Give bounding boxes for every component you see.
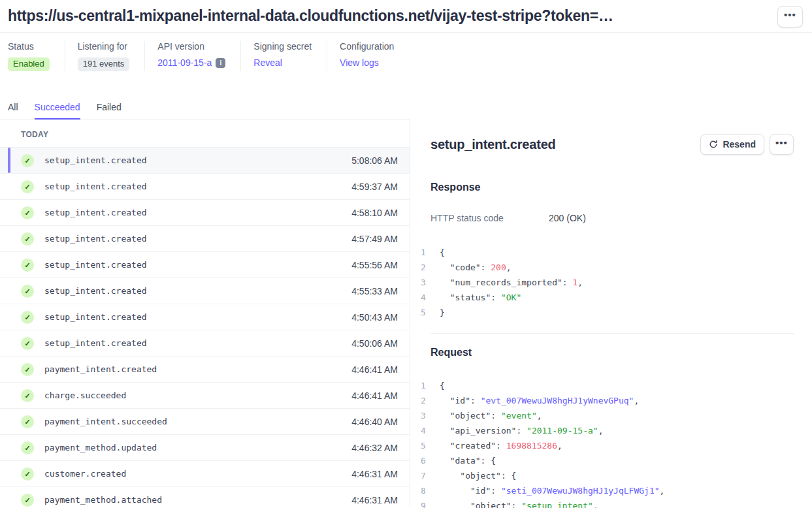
event-row[interactable]: ✓setup_intent.created4:59:37 AM bbox=[0, 174, 410, 200]
check-icon: ✓ bbox=[21, 154, 34, 167]
response-heading: Response bbox=[430, 182, 794, 193]
line-number: 1 bbox=[421, 378, 431, 393]
event-name: payment_intent.created bbox=[44, 364, 351, 374]
ellipsis-icon: ••• bbox=[784, 10, 796, 24]
event-detail-panel: setup_intent.created Resend ••• Response… bbox=[410, 119, 812, 508]
summary-value: View logs bbox=[340, 57, 394, 68]
event-row[interactable]: ✓setup_intent.created4:58:10 AM bbox=[0, 200, 410, 226]
check-icon: ✓ bbox=[21, 389, 34, 402]
line-number: 5 bbox=[421, 305, 431, 320]
event-name: payment_method.attached bbox=[44, 495, 351, 505]
code-text: "data": { bbox=[440, 453, 496, 468]
line-number: 9 bbox=[421, 498, 431, 508]
event-row[interactable]: ✓payment_method.attached4:46:31 AM bbox=[0, 487, 410, 508]
summary-col-api-version: API version2011-09-15-ai bbox=[144, 41, 240, 71]
summary-label: API version bbox=[157, 41, 225, 52]
line-number: 3 bbox=[421, 408, 431, 423]
resend-button[interactable]: Resend bbox=[700, 134, 764, 155]
code-token: , bbox=[577, 278, 583, 287]
detail-more-button[interactable]: ••• bbox=[770, 134, 794, 155]
event-list-panel: TODAY ✓setup_intent.created5:08:06 AM✓se… bbox=[0, 119, 410, 508]
event-name: payment_method.updated bbox=[44, 443, 351, 452]
check-icon: ✓ bbox=[21, 259, 34, 272]
event-row[interactable]: ✓customer.created4:46:31 AM bbox=[0, 461, 410, 487]
resend-label: Resend bbox=[723, 139, 756, 150]
summary-col-status: StatusEnabled bbox=[8, 41, 65, 71]
request-code-block: 1{2 "id": "evt_007WewuJW8hgHJ1yWnevGPuq"… bbox=[421, 378, 794, 508]
event-row[interactable]: ✓setup_intent.created4:50:06 AM bbox=[0, 330, 410, 357]
2011-09-15-a-link[interactable]: 2011-09-15-a bbox=[157, 57, 212, 68]
response-fields: HTTP status code200 (OK) bbox=[430, 213, 794, 223]
summary-value: 191 events bbox=[78, 57, 130, 71]
summary-col-configuration: ConfigurationView logs bbox=[327, 41, 409, 71]
code-token: , bbox=[598, 426, 604, 436]
event-row[interactable]: ✓setup_intent.created4:55:56 AM bbox=[0, 252, 410, 278]
event-name: setup_intent.created bbox=[44, 234, 351, 244]
code-text: { bbox=[440, 245, 445, 260]
line-number: 7 bbox=[421, 468, 431, 483]
tab-failed[interactable]: Failed bbox=[97, 102, 122, 119]
reveal-link[interactable]: Reveal bbox=[253, 57, 282, 68]
code-line: 4 "api_version": "2011-09-15-a", bbox=[421, 423, 794, 438]
event-time: 4:46:41 AM bbox=[351, 390, 398, 401]
event-row[interactable]: ✓setup_intent.created4:57:49 AM bbox=[0, 226, 410, 252]
code-token: "created": bbox=[440, 441, 506, 451]
check-icon: ✓ bbox=[21, 285, 34, 298]
endpoint-more-button[interactable]: ••• bbox=[777, 6, 803, 27]
event-name: setup_intent.created bbox=[44, 155, 351, 165]
line-number: 3 bbox=[421, 275, 431, 290]
code-token: "id": bbox=[440, 396, 481, 405]
refresh-icon bbox=[709, 140, 718, 149]
code-line: 5 "created": 1698815286, bbox=[421, 438, 794, 453]
event-name: setup_intent.created bbox=[44, 312, 351, 322]
tab-all[interactable]: All bbox=[8, 102, 18, 119]
event-row[interactable]: ✓setup_intent.created4:50:43 AM bbox=[0, 304, 410, 330]
summary-label: Status bbox=[8, 41, 50, 52]
detail-header: setup_intent.created Resend ••• bbox=[430, 134, 794, 155]
endpoint-url-title: https://us-central1-mixpanel-internal-da… bbox=[8, 6, 613, 25]
code-token: "object": bbox=[440, 501, 521, 508]
code-line: 2 "id": "evt_007WewuJW8hgHJ1yWnevGPuq", bbox=[421, 393, 794, 408]
response-code-block: 1{2 "code": 200,3 "num_records_imported"… bbox=[421, 245, 794, 320]
code-token: "object": { bbox=[440, 471, 516, 481]
event-time: 4:50:06 AM bbox=[351, 338, 398, 349]
code-text: "id": "evt_007WewuJW8hgHJ1yWnevGPuq", bbox=[440, 393, 639, 408]
event-time: 4:46:31 AM bbox=[351, 469, 398, 479]
event-name: payment_intent.succeeded bbox=[44, 417, 351, 426]
detail-actions: Resend ••• bbox=[700, 134, 794, 155]
page-header: https://us-central1-mixpanel-internal-da… bbox=[0, 0, 812, 33]
summary-col-signing-secret: Signing secretReveal bbox=[240, 41, 327, 71]
summary-label: Configuration bbox=[340, 41, 394, 52]
code-text: "api_version": "2011-09-15-a", bbox=[440, 423, 603, 438]
view-logs-link[interactable]: View logs bbox=[340, 57, 379, 68]
info-icon[interactable]: i bbox=[216, 58, 225, 68]
code-line: 2 "code": 200, bbox=[421, 260, 794, 275]
event-row[interactable]: ✓payment_method.updated4:46:32 AM bbox=[0, 435, 410, 461]
tab-succeeded[interactable]: Succeeded bbox=[35, 102, 80, 119]
event-row[interactable]: ✓charge.succeeded4:46:41 AM bbox=[0, 383, 410, 409]
code-text: "object": "event", bbox=[440, 408, 542, 423]
check-icon: ✓ bbox=[21, 363, 34, 376]
event-time: 4:46:32 AM bbox=[351, 443, 398, 453]
summary-label: Signing secret bbox=[253, 41, 312, 52]
check-icon: ✓ bbox=[21, 206, 34, 219]
event-row[interactable]: ✓payment_intent.succeeded4:46:40 AM bbox=[0, 409, 410, 435]
event-time: 4:57:49 AM bbox=[351, 234, 398, 244]
summary-label: Listening for bbox=[78, 41, 130, 52]
status-badge: Enabled bbox=[8, 57, 50, 71]
code-token: "evt_007WewuJW8hgHJ1yWnevGPuq" bbox=[481, 396, 634, 405]
check-icon: ✓ bbox=[21, 494, 34, 507]
event-name: setup_intent.created bbox=[44, 208, 351, 217]
event-row[interactable]: ✓payment_intent.created4:46:41 AM bbox=[0, 357, 410, 383]
events-count-badge: 191 events bbox=[78, 57, 130, 71]
code-line: 1{ bbox=[421, 245, 794, 260]
event-name: setup_intent.created bbox=[44, 182, 351, 191]
event-row[interactable]: ✓setup_intent.created5:08:06 AM bbox=[0, 148, 410, 174]
event-row[interactable]: ✓setup_intent.created4:55:33 AM bbox=[0, 278, 410, 304]
code-token: , bbox=[537, 411, 542, 421]
code-token: , bbox=[593, 501, 598, 508]
check-icon: ✓ bbox=[21, 180, 34, 193]
event-time: 5:08:06 AM bbox=[351, 155, 398, 166]
code-text: "status": "OK" bbox=[440, 290, 521, 305]
code-token: "data": { bbox=[440, 456, 496, 466]
